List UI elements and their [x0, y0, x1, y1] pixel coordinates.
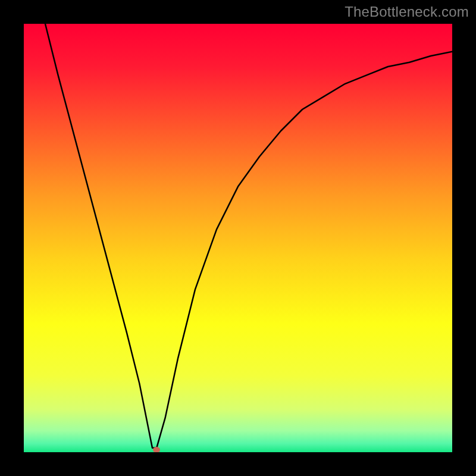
- bottleneck-curve: [24, 24, 452, 452]
- plot-area: [24, 24, 452, 452]
- optimal-point-marker: [153, 447, 160, 452]
- watermark-text: TheBottleneck.com: [345, 4, 469, 20]
- chart-frame: TheBottleneck.com: [0, 0, 476, 476]
